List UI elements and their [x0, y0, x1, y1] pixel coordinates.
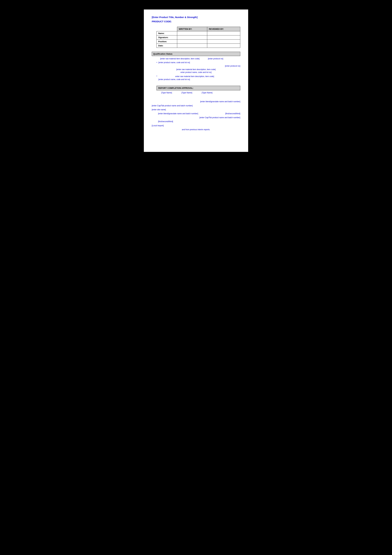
written-by-header: WRITTEN BY:	[177, 27, 207, 31]
bottom-line-1: [enter blend/granulate name and batch nu…	[152, 100, 240, 103]
qualification-header: Qualification Status	[152, 52, 240, 56]
table-row: Signature:	[157, 36, 240, 40]
position-label: Position:	[157, 40, 177, 44]
written-sig-value	[177, 36, 207, 40]
bullet-2-block: • enter raw material item description, i…	[152, 75, 240, 81]
reviewed-by-header: REVIEWED BY:	[207, 27, 240, 31]
table-row: Position:	[157, 40, 240, 44]
table-row: Name:	[157, 31, 240, 36]
bottom-line-2: [enter blend/granulate name and batch nu…	[158, 112, 240, 115]
bottom-line-3: [enter Cap/Tsb product name and batch nu…	[152, 116, 240, 119]
bottom-line-5: and from previous interim reports.	[152, 128, 240, 131]
reviewed-pos-value	[207, 40, 240, 44]
qual-text-1: [enter raw material item description, it…	[152, 57, 240, 60]
reviewed-name-value	[207, 31, 240, 36]
approval-table: WRITTEN BY: REVIEWED BY: Name: Signature…	[157, 27, 240, 48]
bottom-section: [enter blend/granulate name and batch nu…	[152, 100, 240, 131]
bottom-line-3b: [first/second/third]	[158, 120, 240, 123]
bottom-line-1b: [enter Cap/Tab product name and batch nu…	[152, 104, 240, 107]
report-name-2: [Type Name]	[181, 92, 192, 94]
bottom-line-4: [Local /export]	[152, 124, 240, 127]
reviewed-date-value	[207, 44, 240, 48]
bottom-line-1c: [enter site name]	[152, 108, 240, 111]
report-name-3: [Type Name]	[202, 92, 213, 94]
product-title: [Enter Product Title, Number & Strength]	[152, 16, 240, 19]
name-label: Name:	[157, 31, 177, 36]
written-pos-value	[177, 40, 207, 44]
report-names: [Type Name] [Type Name] [Type Name]	[161, 92, 240, 94]
product-code: PRODUCT CODE:	[152, 20, 240, 23]
report-completion-header: REPORT COMPLETION APPROVAL:	[157, 86, 240, 90]
table-row: Date:	[157, 44, 240, 48]
written-date-value	[177, 44, 207, 48]
written-name-value	[177, 31, 207, 36]
signature-label: Signature:	[157, 36, 177, 40]
report-name-1: [Type Name]	[161, 92, 172, 94]
reviewed-sig-value	[207, 36, 240, 40]
raw-mat-center: [enter raw material item description, it…	[152, 68, 240, 74]
qualification-section: Qualification Status [enter raw material…	[152, 52, 240, 81]
protocol-right: [enter protocol no]	[152, 65, 240, 67]
report-section: REPORT COMPLETION APPROVAL: [Type Name] …	[152, 86, 240, 94]
date-label: Date:	[157, 44, 177, 48]
report-completion-table: REPORT COMPLETION APPROVAL:	[157, 86, 240, 90]
qual-bullet-1: [enter product name, code and lot no]	[157, 61, 240, 64]
